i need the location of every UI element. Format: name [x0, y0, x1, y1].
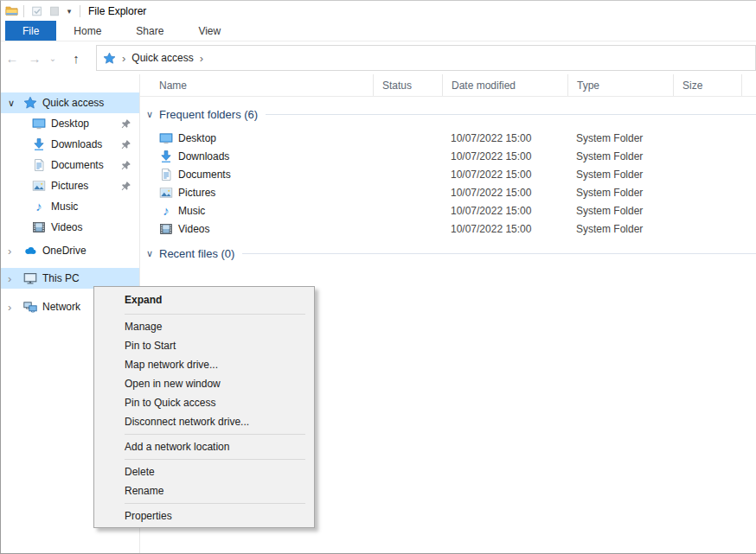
group-header-frequent-folders[interactable]: ∨ Frequent folders (6) [140, 105, 756, 123]
row-date-modified: 10/07/2022 15:00 [442, 223, 567, 235]
column-headers: Name Status Date modified Type Size [140, 74, 756, 97]
pin-icon [120, 118, 131, 130]
menu-item-pin-to-quick-access[interactable]: Pin to Quick access [94, 393, 314, 412]
qat-properties-button[interactable] [29, 3, 46, 19]
chevron-expanded-icon[interactable]: ∨ [8, 98, 23, 109]
sidebar-item-label: OneDrive [42, 245, 86, 257]
chevron-expanded-icon[interactable]: ∨ [146, 248, 159, 259]
menu-item-map-network-drive[interactable]: Map network drive... [94, 355, 314, 374]
file-explorer-window: ▾ File Explorer File Home Share View ← →… [0, 0, 756, 554]
breadcrumb-chevron-icon[interactable]: › [194, 52, 209, 65]
file-row-documents[interactable]: Documents 10/07/2022 15:00 System Folder [140, 165, 756, 183]
up-button[interactable]: ↑ [65, 51, 87, 66]
navigation-bar: ← → ⌄ ↑ › Quick access › [1, 41, 756, 74]
menu-item-delete[interactable]: Delete [94, 462, 314, 481]
menu-item-open-in-new-window[interactable]: Open in new window [94, 374, 314, 393]
tab-file[interactable]: File [5, 21, 56, 41]
chevron-collapsed-icon[interactable]: › [8, 272, 23, 285]
file-row-pictures[interactable]: Pictures 10/07/2022 15:00 System Folder [140, 183, 756, 201]
sidebar-item-videos[interactable]: Videos [1, 217, 139, 238]
pictures-icon [159, 186, 173, 200]
row-name: Desktop [178, 132, 216, 144]
row-type: System Folder [567, 205, 673, 217]
this-pc-monitor-icon [23, 271, 37, 285]
sidebar-item-onedrive[interactable]: › OneDrive [1, 240, 139, 261]
sidebar-item-desktop[interactable]: Desktop [1, 113, 139, 134]
menu-item-pin-to-start[interactable]: Pin to Start [94, 336, 314, 355]
desktop-icon [159, 131, 173, 145]
row-name: Documents [178, 169, 231, 181]
row-date-modified: 10/07/2022 15:00 [442, 132, 567, 144]
network-icon [23, 300, 37, 314]
chevron-collapsed-icon[interactable]: › [8, 301, 23, 314]
sidebar-spacer [1, 261, 139, 268]
row-name: Music [178, 205, 205, 217]
file-row-downloads[interactable]: Downloads 10/07/2022 15:00 System Folder [140, 147, 756, 165]
menu-item-manage[interactable]: Manage [94, 317, 314, 336]
pin-icon [120, 160, 131, 171]
column-header-size[interactable]: Size [673, 74, 742, 96]
window-title: File Explorer [88, 5, 146, 17]
chevron-collapsed-icon[interactable]: › [8, 245, 23, 258]
documents-icon [32, 158, 46, 172]
row-type: System Folder [567, 187, 673, 199]
row-date-modified: 10/07/2022 15:00 [442, 150, 567, 162]
recent-locations-dropdown[interactable]: ⌄ [46, 54, 60, 63]
videos-icon [159, 222, 173, 236]
file-row-videos[interactable]: Videos 10/07/2022 15:00 System Folder [140, 220, 756, 238]
pin-icon [120, 139, 131, 150]
documents-icon [159, 168, 173, 181]
column-header-type[interactable]: Type [567, 74, 673, 96]
menu-separator [125, 314, 305, 315]
menu-item-properties[interactable]: Properties [94, 506, 314, 525]
breadcrumb-quick-access[interactable]: Quick access [131, 52, 193, 64]
breadcrumb-chevron-icon[interactable]: › [116, 52, 131, 65]
sidebar-item-quick-access[interactable]: ∨ Quick access [1, 92, 139, 113]
pictures-icon [32, 179, 46, 193]
group-header-recent-files[interactable]: ∨ Recent files (0) [140, 245, 756, 262]
chevron-expanded-icon[interactable]: ∨ [146, 109, 159, 120]
column-header-name[interactable]: Name [140, 74, 373, 96]
qat-new-folder-button[interactable] [46, 3, 63, 19]
column-header-status[interactable]: Status [373, 74, 442, 96]
new-folder-icon [48, 5, 61, 17]
file-row-music[interactable]: ♪Music 10/07/2022 15:00 System Folder [140, 201, 756, 220]
quick-access-star-icon [103, 52, 116, 65]
group-header-label: Frequent folders (6) [159, 108, 258, 121]
sidebar-item-pictures[interactable]: Pictures [1, 175, 139, 196]
sidebar-item-documents[interactable]: Documents [1, 155, 139, 175]
tab-share[interactable]: Share [119, 21, 181, 41]
sidebar-item-label: Pictures [51, 180, 88, 192]
pin-icon [120, 181, 131, 192]
menu-separator [125, 459, 305, 460]
sidebar-item-label: Network [42, 301, 80, 313]
row-type: System Folder [567, 150, 673, 162]
sidebar-item-downloads[interactable]: Downloads [1, 134, 139, 155]
group-header-rule [242, 253, 756, 254]
tab-home[interactable]: Home [56, 21, 119, 41]
sidebar-item-label: Desktop [51, 118, 89, 130]
explorer-folder-icon [4, 4, 19, 17]
sidebar-item-label: Music [51, 201, 78, 213]
sidebar-item-label: Quick access [42, 97, 104, 109]
music-note-icon: ♪ [159, 204, 173, 218]
row-name: Downloads [178, 150, 229, 162]
menu-item-add-network-location[interactable]: Add a network location [94, 437, 314, 456]
menu-item-expand[interactable]: Expand [94, 289, 314, 311]
forward-button[interactable]: → [23, 51, 46, 66]
menu-item-rename[interactable]: Rename [94, 481, 314, 500]
back-button[interactable]: ← [1, 51, 23, 66]
properties-check-icon [31, 5, 43, 17]
downloads-icon [159, 150, 173, 163]
address-bar[interactable]: › Quick access › [96, 45, 756, 71]
onedrive-cloud-icon [23, 244, 37, 258]
menu-item-disconnect-network-drive[interactable]: Disconnect network drive... [94, 412, 314, 431]
row-name: Pictures [178, 187, 215, 199]
qat-customize-dropdown[interactable]: ▾ [63, 7, 75, 16]
column-header-date-modified[interactable]: Date modified [442, 74, 567, 96]
tab-view[interactable]: View [181, 21, 238, 41]
file-row-desktop[interactable]: Desktop 10/07/2022 15:00 System Folder [140, 129, 756, 147]
sidebar-item-label: This PC [42, 272, 80, 284]
sidebar-item-label: Documents [51, 159, 104, 171]
sidebar-item-music[interactable]: ♪ Music [1, 196, 139, 217]
